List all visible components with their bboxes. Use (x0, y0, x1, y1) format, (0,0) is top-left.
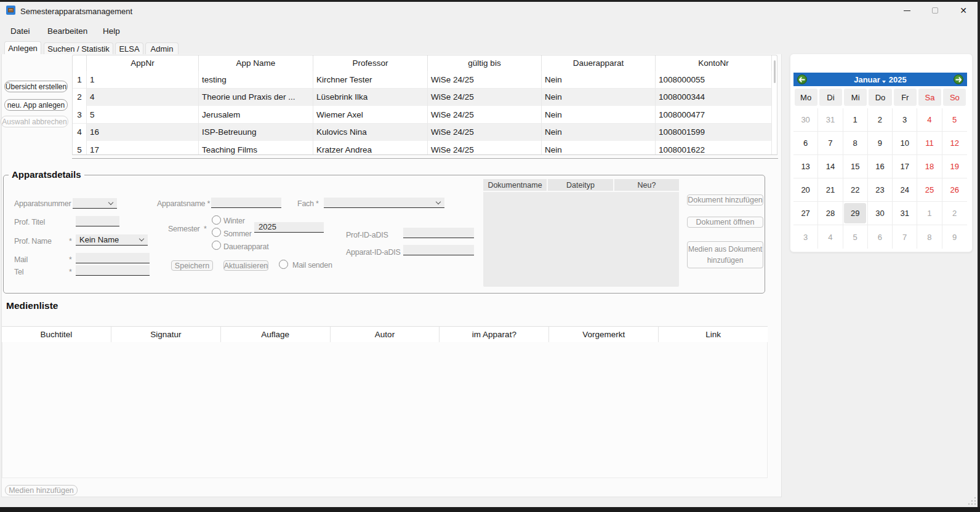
neu-app-anlegen-button[interactable]: neu. App anlegen (4, 99, 68, 111)
calendar-month[interactable]: Januar (854, 75, 880, 84)
tab-admin[interactable]: Admin (145, 42, 179, 54)
calendar-day-31[interactable]: 31 (893, 202, 917, 225)
calendar-day-12[interactable]: 12 (942, 132, 967, 155)
table-cell[interactable]: Nein (542, 71, 656, 89)
calendar-day-3[interactable]: 3 (893, 108, 917, 132)
tel-input[interactable] (76, 265, 150, 276)
table-cell[interactable]: Kulovics Nina (313, 124, 428, 142)
table-cell[interactable]: Nein (542, 106, 656, 124)
calendar-day-15[interactable]: 15 (843, 155, 868, 178)
calendar-day-3-muted[interactable]: 3 (793, 225, 818, 249)
table-cell[interactable]: Lüsebrink Ilka (313, 89, 428, 106)
doc-column-header-neu-[interactable]: Neu? (614, 179, 679, 192)
table-cell[interactable]: Wiemer Axel (313, 106, 428, 124)
calendar-day-11[interactable]: 11 (917, 132, 942, 155)
prof-titel-input[interactable] (76, 216, 119, 226)
calendar-day-17[interactable]: 17 (893, 155, 917, 178)
resize-grip[interactable] (974, 503, 976, 505)
table-cell[interactable]: Nein (542, 124, 656, 142)
calendar-day-23[interactable]: 23 (868, 178, 893, 202)
calendar-day-21[interactable]: 21 (818, 178, 843, 202)
table-cell[interactable]: Theorie und Praxis der ... (199, 89, 313, 106)
medien-column-header-autor[interactable]: Autor (331, 327, 440, 342)
calendar-day-2[interactable]: 2 (868, 108, 893, 132)
calendar-prev-button[interactable] (797, 74, 807, 84)
table-cell[interactable]: testing (199, 71, 313, 89)
table-row[interactable]: 24Theorie und Praxis der ...Lüsebrink Il… (73, 89, 777, 106)
calendar-day-6-muted[interactable]: 6 (868, 225, 893, 249)
table-cell[interactable]: Kratzer Andrea (313, 141, 428, 155)
table-cell[interactable]: 1008000055 (656, 71, 772, 89)
medien-column-header-link[interactable]: Link (659, 327, 768, 342)
calendar-day-9-muted[interactable]: 9 (942, 225, 967, 249)
calendar-day-5-muted[interactable]: 5 (843, 225, 868, 249)
table-cell[interactable]: WiSe 24/25 (428, 124, 542, 142)
maximize-button[interactable] (921, 2, 949, 19)
calendar-day-22[interactable]: 22 (843, 178, 868, 202)
calendar-day-14[interactable]: 14 (818, 155, 843, 178)
column-header-appnr[interactable]: AppNr (87, 55, 199, 71)
medien-column-header-vorgemerkt[interactable]: Vorgemerkt (549, 327, 659, 342)
fach-dropdown[interactable] (324, 198, 444, 208)
prof-id-adis-input[interactable] (403, 228, 474, 238)
column-header-app-name[interactable]: App Name (199, 55, 313, 71)
table-cell[interactable]: 1 (87, 71, 199, 89)
column-header-professor[interactable]: Professor (313, 55, 428, 71)
table-cell[interactable]: Nein (542, 141, 656, 155)
calendar-day-10[interactable]: 10 (893, 132, 917, 155)
apparat-id-adis-input[interactable] (403, 245, 474, 255)
calendar-day-31-muted[interactable]: 31 (818, 108, 843, 132)
table-cell[interactable]: 1008000477 (656, 106, 772, 124)
sommer-radio[interactable] (212, 228, 221, 237)
table-cell[interactable]: WiSe 24/25 (428, 89, 542, 106)
calendar-day-9[interactable]: 9 (868, 132, 893, 155)
table-cell[interactable]: WiSe 24/25 (428, 141, 542, 155)
calendar-day-28[interactable]: 28 (818, 202, 843, 225)
calendar-day-2-muted[interactable]: 2 (942, 202, 967, 225)
minimize-button[interactable] (893, 2, 921, 19)
calendar-day-16[interactable]: 16 (868, 155, 893, 178)
calendar-day-13[interactable]: 13 (793, 155, 818, 178)
menu-help[interactable]: Help (103, 26, 120, 36)
calendar-day-29[interactable]: 29 (843, 202, 868, 225)
tab-elsa[interactable]: ELSA (115, 42, 143, 54)
aktualisieren-button[interactable]: Aktualisieren (223, 260, 268, 271)
calendar-day-19[interactable]: 19 (942, 155, 967, 178)
table-cell[interactable]: Kirchner Tester (313, 71, 428, 89)
close-button[interactable]: ✕ (949, 2, 978, 19)
table-cell[interactable]: 4 (87, 89, 199, 106)
calendar-day-4[interactable]: 4 (917, 108, 942, 132)
table-cell[interactable]: Teaching Films (199, 141, 313, 155)
doc-column-header-dateityp[interactable]: Dateityp (548, 179, 614, 192)
jahr-input[interactable]: 2025 (254, 222, 324, 233)
calendar-day-6[interactable]: 6 (793, 132, 818, 155)
calendar-day-27[interactable]: 27 (793, 202, 818, 225)
table-cell[interactable]: WiSe 24/25 (428, 71, 542, 89)
calendar-next-button[interactable] (954, 74, 963, 84)
table-cell[interactable]: 1008001599 (656, 124, 772, 142)
mail-input[interactable] (76, 253, 150, 263)
medien-column-header-im-apparat-[interactable]: im Apparat? (440, 327, 549, 342)
table-cell[interactable]: Jerusalem (199, 106, 313, 124)
menu-bearbeiten[interactable]: Bearbeiten (47, 26, 87, 36)
calendar-day-30[interactable]: 30 (868, 202, 893, 225)
table-cell[interactable]: 1008001622 (656, 141, 772, 155)
auswahl-abbrechen-button[interactable]: Auswahl abbrechen (1, 116, 68, 127)
table-cell[interactable]: 5 (87, 106, 199, 124)
calendar-day-1-muted[interactable]: 1 (917, 202, 942, 225)
calendar-day-20[interactable]: 20 (793, 178, 818, 202)
menu-datei[interactable]: Datei (10, 26, 30, 36)
medien-column-header-signatur[interactable]: Signatur (111, 327, 221, 342)
apparatsnummer-dropdown[interactable] (73, 198, 117, 209)
calendar-day-7[interactable]: 7 (818, 132, 843, 155)
column-header-g-ltig-bis[interactable]: gültig bis (428, 55, 542, 71)
dauerapparat-radio[interactable] (212, 241, 221, 250)
medien-aus-dokument-button[interactable]: Medien aus Dokument hinzufügen (687, 241, 763, 268)
uebersicht-erstellen-button[interactable]: Übersicht erstellen (4, 81, 68, 92)
dokument-oeffnen-button[interactable]: Dokument öffnen (687, 217, 763, 228)
table-row[interactable]: 35JerusalemWiemer AxelWiSe 24/25Nein1008… (73, 106, 777, 124)
column-header-dauerapparat[interactable]: Dauerapparat (542, 55, 656, 71)
table-row[interactable]: 416ISP-BetreuungKulovics NinaWiSe 24/25N… (73, 124, 777, 142)
mail-senden-checkbox[interactable] (279, 260, 288, 269)
table-cell[interactable]: WiSe 24/25 (428, 106, 542, 124)
